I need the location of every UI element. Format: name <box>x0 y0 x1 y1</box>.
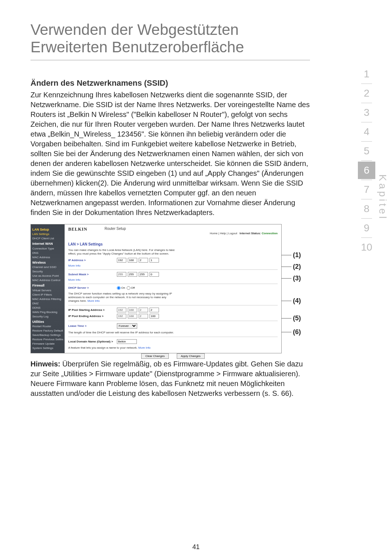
ps-1[interactable] <box>117 308 126 312</box>
status-label: Internet Status: <box>240 232 261 235</box>
sep <box>68 321 278 321</box>
sidebar-item[interactable]: System Settings <box>32 346 63 350</box>
ip-octet-2[interactable] <box>128 258 137 263</box>
sidebar-item[interactable]: Restore Factory Defaults <box>32 329 63 333</box>
sidebar-item[interactable]: Firmware Update <box>32 342 63 346</box>
row-subnet: Subnet Mask > <box>68 272 278 277</box>
chapter-nav-sep <box>361 238 372 238</box>
domain-label: Local Domain Name (Optional) > <box>68 340 115 343</box>
lease-note: The length of time the DHCP server will … <box>68 331 177 334</box>
link-logout[interactable]: Logout <box>228 232 237 235</box>
sidebar-item[interactable]: DHCP Client List <box>32 236 63 241</box>
chapter-nav-item[interactable]: 6 <box>358 162 375 179</box>
sidebar-item[interactable]: WAN Ping Blocking <box>32 310 63 315</box>
sidebar-item[interactable]: Security Log <box>32 315 63 319</box>
sidebar-item[interactable]: Connection Type <box>32 247 63 251</box>
dhcp-more-info[interactable]: More Info <box>87 299 100 303</box>
sidebar-item[interactable]: Save/Backup Settings <box>32 333 63 337</box>
clear-changes-button[interactable]: Clear Changes <box>141 353 168 359</box>
row-lease: Lease Time > Forever <box>68 323 278 329</box>
chapter-nav-item[interactable]: 2 <box>358 85 375 102</box>
page-title: Verwenden der Webgestützten Erweiterten … <box>30 21 310 56</box>
pe-2[interactable] <box>128 314 137 318</box>
domain-input[interactable] <box>117 339 137 344</box>
chapter-nav-item[interactable]: 1 <box>358 65 375 83</box>
sidebar-item[interactable]: Restore Previous Settings <box>32 337 63 342</box>
lease-label: Lease Time > <box>68 324 115 328</box>
body-paragraph: Zur Kennzeichnung Ihres kabellosen Netzw… <box>30 90 310 218</box>
sidebar-item[interactable]: Utilities <box>32 320 63 325</box>
ip-octet-1[interactable] <box>117 258 126 263</box>
radio-off[interactable] <box>127 286 130 290</box>
pool-start-label: IP Pool Starting Address > <box>68 308 115 312</box>
sidebar-item[interactable]: Client IP Filters <box>32 293 63 297</box>
ip-octet-3[interactable] <box>139 258 148 263</box>
sidebar-item[interactable]: Wireless <box>32 260 63 265</box>
ip-label: IP Address > <box>68 259 115 262</box>
button-row: Clear Changes Apply Changes <box>68 353 278 359</box>
subnet-more-info[interactable]: More Info <box>68 278 278 281</box>
sidebar-item[interactable]: MAC Address Filtering <box>32 297 63 301</box>
chapter-nav-sep <box>361 103 372 103</box>
sidebar-item[interactable]: Use as Access Point <box>32 274 63 278</box>
link-help[interactable]: Help <box>220 232 226 235</box>
chapter-nav-item[interactable]: 4 <box>358 123 375 141</box>
dhcp-on-radio[interactable]: On <box>117 286 125 290</box>
subnet-octet-4[interactable] <box>150 272 159 277</box>
chapter-nav-item[interactable]: 9 <box>358 219 375 237</box>
row-pool-start: IP Pool Starting Address > <box>68 308 278 312</box>
pe-1[interactable] <box>117 314 126 318</box>
apply-changes-button[interactable]: Apply Changes <box>177 353 204 359</box>
lease-select[interactable]: Forever <box>117 323 137 329</box>
hinweis-paragraph: Hinweis: Überprüfen Sie regelmäßig, ob e… <box>30 359 310 398</box>
section-heading: Ändern des Netzwerknamens (SSID) <box>30 78 310 88</box>
chapter-nav: 12345678910 <box>359 65 374 256</box>
domain-more-info[interactable]: More Info <box>138 346 151 349</box>
callout-4: (4) <box>281 297 309 305</box>
dhcp-off-radio[interactable]: Off <box>127 286 135 290</box>
ps-4[interactable] <box>150 308 159 312</box>
sidebar-item[interactable]: DDNS <box>32 306 63 310</box>
sidebar-item[interactable]: LAN Settings <box>32 232 63 236</box>
sidebar-item[interactable]: MAC Address <box>32 255 63 260</box>
domain-note: A feature that lets you assign a name to… <box>68 346 177 350</box>
subnet-octet-3[interactable] <box>139 272 148 277</box>
pe-3[interactable] <box>139 314 148 318</box>
sidebar-item[interactable]: DNS <box>32 251 63 255</box>
callout-5: (5) <box>281 315 309 322</box>
radio-on[interactable] <box>117 286 121 290</box>
chapter-nav-item[interactable]: 3 <box>358 104 375 121</box>
sidebar-item[interactable]: Virtual Servers <box>32 288 63 293</box>
chapter-nav-item[interactable]: 8 <box>358 200 375 218</box>
chapter-nav-item[interactable]: 7 <box>358 181 375 198</box>
sidebar-item[interactable]: MAC Address Control <box>32 278 63 283</box>
ps-3[interactable] <box>139 308 148 312</box>
sidebar-item[interactable]: Restart Router <box>32 324 63 329</box>
sidebar-item[interactable]: LAN Setup <box>32 227 63 232</box>
chapter-nav-item[interactable]: 10 <box>358 239 375 256</box>
subnet-octet-2[interactable] <box>128 272 137 277</box>
subnet-octet-1[interactable] <box>117 272 126 277</box>
sidebar-item[interactable]: Internet WAN <box>32 242 63 247</box>
subnet-label: Subnet Mask > <box>68 273 115 276</box>
sep <box>68 284 278 284</box>
page-content: Verwenden der Webgestützten Erweiterten … <box>30 21 310 398</box>
sidebar-item[interactable]: DMZ <box>32 301 63 306</box>
chapter-nav-sep <box>361 141 372 142</box>
chapter-nav-item[interactable]: 5 <box>358 142 375 160</box>
sidebar-item[interactable]: Firewall <box>32 283 63 288</box>
router-screenshot: LAN SetupLAN SettingsDHCP Client ListInt… <box>30 224 282 353</box>
sep <box>68 305 278 305</box>
callout-2: (2) <box>281 263 309 271</box>
link-home[interactable]: Home <box>210 232 217 235</box>
ps-2[interactable] <box>128 308 137 312</box>
ip-more-info[interactable]: More Info <box>68 264 278 267</box>
pe-4[interactable] <box>150 314 159 318</box>
callout-1: (1) <box>281 251 309 259</box>
kapitel-label: Kapitel <box>377 174 388 221</box>
sidebar-item[interactable]: Security <box>32 269 63 274</box>
page-number: 41 <box>0 543 392 551</box>
ip-octet-4[interactable] <box>150 258 159 263</box>
chapter-nav-sep <box>361 218 372 219</box>
sidebar-item[interactable]: Channel and SSID <box>32 265 63 269</box>
